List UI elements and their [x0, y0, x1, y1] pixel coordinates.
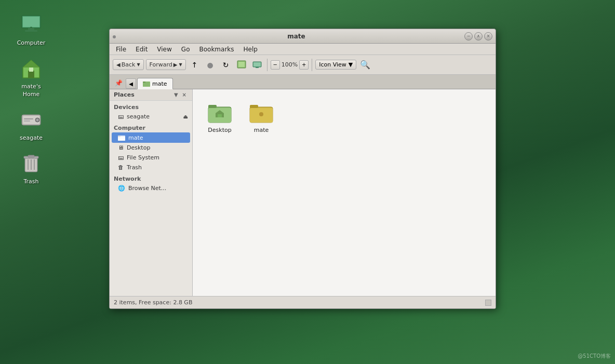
tab-mate[interactable]: mate — [137, 78, 173, 89]
back-dropdown-icon: ▼ — [137, 62, 140, 67]
back-arrow-icon: ◀ — [116, 62, 121, 68]
network-icon: 🌐 — [118, 185, 125, 192]
forward-button[interactable]: Forward ▶ ▼ — [146, 59, 186, 70]
sidebar-item-desktop[interactable]: 🖥 Desktop — [110, 143, 192, 153]
window-title: mate — [128, 33, 464, 40]
maximize-button[interactable]: ∧ — [474, 32, 483, 41]
minimize-button[interactable]: − — [464, 32, 473, 41]
menu-file[interactable]: File — [112, 45, 130, 54]
forward-label: Forward — [150, 61, 172, 68]
desktop-icon-computer[interactable]: Computer — [10, 10, 52, 49]
file-manager-window: mate − ∧ × File Edit View Go Bookmarks H… — [109, 29, 496, 309]
sidebar: Places ▼ × Devices 🖴 seagate ⏏ Computer — [110, 89, 193, 296]
forward-arrow-icon: ▶ — [173, 62, 178, 68]
titlebar-buttons: − ∧ × — [464, 32, 492, 41]
up-button[interactable]: ↑ — [188, 58, 202, 72]
titlebar-left-area — [113, 35, 116, 38]
eject-icon: ⏏ — [183, 114, 188, 119]
toolbar-separator — [267, 59, 268, 71]
tab-label: mate — [152, 80, 167, 87]
desktop-icons: Computer mate's Home — [10, 10, 52, 187]
view-mode-selector[interactable]: Icon View ▼ — [315, 60, 356, 70]
menubar: File Edit View Go Bookmarks Help — [110, 44, 496, 55]
search-button[interactable]: 🔍 — [358, 58, 372, 72]
svg-rect-23 — [238, 62, 245, 67]
sidebar-toggle-button[interactable]: ▼ — [172, 91, 180, 98]
mate-sidebar-label: mate — [128, 134, 143, 141]
home-button[interactable] — [235, 58, 248, 72]
filesystem-sidebar-label: File System — [127, 154, 159, 161]
sidebar-section-computer: Computer — [110, 122, 192, 132]
drive-icon: 🖴 — [118, 113, 124, 120]
filesystem-icon: 🖴 — [118, 154, 124, 161]
trash-sidebar-icon: 🗑 — [118, 164, 124, 171]
sidebar-item-seagate[interactable]: 🖴 seagate ⏏ — [110, 112, 192, 122]
back-button[interactable]: ◀ Back ▼ — [113, 59, 144, 70]
home-folder-icon — [118, 134, 125, 141]
browse-network-label: Browse Net... — [128, 185, 166, 192]
sidebar-header-buttons: ▼ × — [172, 91, 188, 98]
svg-point-5 — [30, 27, 32, 28]
menu-go[interactable]: Go — [177, 45, 194, 54]
menu-bookmarks[interactable]: Bookmarks — [195, 45, 238, 54]
reload-button[interactable]: ↻ — [219, 58, 233, 72]
desktop-folder-icon-large — [207, 100, 232, 125]
statusbar-text: 2 items, Free space: 2.8 GB — [114, 299, 192, 306]
svg-point-41 — [259, 112, 263, 116]
content-area: Desktop — [193, 89, 496, 296]
toolbar-separator-2 — [312, 59, 312, 71]
desktop-icon-trash-label: Trash — [23, 178, 38, 185]
svg-rect-39 — [250, 105, 258, 108]
stop-button[interactable]: ● — [204, 58, 217, 72]
file-label-mate: mate — [254, 127, 269, 134]
desktop-sidebar-label: Desktop — [127, 144, 150, 151]
svg-rect-2 — [23, 17, 39, 27]
zoom-out-button[interactable]: − — [271, 60, 280, 70]
svg-rect-31 — [118, 137, 125, 141]
menu-help[interactable]: Help — [239, 45, 262, 54]
main-area: Places ▼ × Devices 🖴 seagate ⏏ Computer — [110, 89, 496, 296]
svg-rect-15 — [24, 120, 30, 122]
svg-point-13 — [36, 119, 38, 121]
svg-rect-32 — [118, 136, 121, 137]
sidebar-section-devices: Devices — [110, 101, 192, 112]
svg-rect-4 — [25, 30, 37, 32]
close-button[interactable]: × — [484, 32, 492, 41]
menu-edit[interactable]: Edit — [131, 45, 152, 54]
pin-button[interactable]: 📌 — [113, 77, 125, 89]
computer-button[interactable] — [250, 58, 264, 72]
desktop-icon-computer-label: Computer — [17, 39, 46, 47]
view-mode-label: Icon View — [319, 61, 346, 68]
desktop-icon-mates-home-label: mate's Home — [12, 83, 50, 98]
desktop-icon-seagate[interactable]: seagate — [10, 105, 52, 144]
svg-rect-3 — [28, 28, 34, 30]
file-item-mate[interactable]: mate — [243, 98, 280, 136]
tabbar: 📌 ◀ mate — [110, 75, 496, 89]
back-label: Back — [122, 61, 136, 68]
svg-rect-9 — [29, 68, 33, 72]
sidebar-item-filesystem[interactable]: 🖴 File System — [110, 153, 192, 163]
svg-rect-26 — [256, 67, 259, 68]
desktop-icon-trash[interactable]: Trash — [10, 149, 52, 187]
zoom-in-button[interactable]: + — [299, 60, 309, 70]
forward-dropdown-icon: ▼ — [179, 62, 182, 67]
view-mode-dropdown-icon: ▼ — [349, 61, 353, 68]
file-item-desktop[interactable]: Desktop — [201, 98, 238, 136]
zoom-controls: − 100% + — [271, 60, 309, 70]
sidebar-header: Places ▼ × — [110, 89, 192, 101]
sidebar-section-network: Network — [110, 172, 192, 183]
desktop-icon-mates-home[interactable]: mate's Home — [10, 54, 52, 100]
toolbar: ◀ Back ▼ Forward ▶ ▼ ↑ ● ↻ — [110, 55, 496, 75]
sidebar-item-mate[interactable]: mate — [112, 132, 190, 143]
svg-rect-25 — [253, 62, 261, 66]
menu-view[interactable]: View — [153, 45, 176, 54]
svg-rect-8 — [28, 71, 34, 78]
tab-back-button[interactable]: ◀ — [126, 78, 136, 89]
svg-marker-7 — [23, 60, 39, 68]
resize-handle[interactable] — [485, 300, 491, 306]
sidebar-item-browse-network[interactable]: 🌐 Browse Net... — [110, 183, 192, 193]
trash-sidebar-label: Trash — [127, 164, 142, 171]
sidebar-close-button[interactable]: × — [181, 91, 188, 98]
desktop-folder-icon: 🖥 — [118, 144, 124, 151]
sidebar-item-trash[interactable]: 🗑 Trash — [110, 163, 192, 172]
